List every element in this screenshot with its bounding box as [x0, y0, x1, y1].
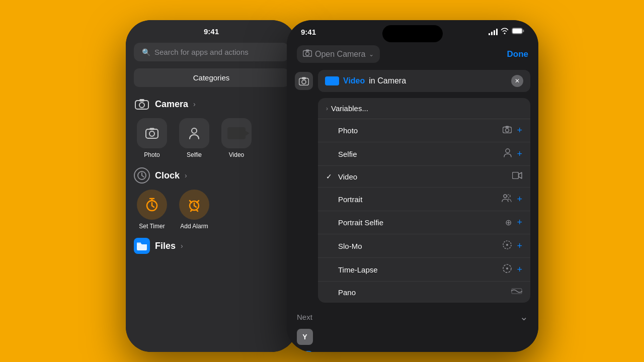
open-camera-button[interactable]: Open Camera ⌄ — [297, 45, 380, 63]
next-text: Next — [297, 313, 312, 321]
status-icons — [489, 27, 524, 36]
dropdown-slomo[interactable]: Slo-Mo + — [318, 234, 530, 258]
search-icon: 🔍 — [142, 48, 150, 56]
dropdown-portrait[interactable]: Portrait + — [318, 188, 530, 211]
clock-title: Clock — [155, 170, 180, 181]
files-icon — [134, 238, 150, 254]
action-row-1: Y — [297, 326, 528, 348]
variables-row[interactable]: › Variables... — [318, 98, 530, 119]
next-chevron: ⌄ — [520, 311, 528, 323]
wifi-icon — [501, 28, 509, 36]
photo-label: Photo — [144, 151, 159, 158]
done-button[interactable]: Done — [507, 49, 529, 59]
action-timer[interactable]: Set Timer — [134, 190, 170, 230]
item-label-slomo: Slo-Mo — [338, 242, 362, 250]
phones-container: 9:41 🔍 Search for apps and actions Categ… — [96, 10, 548, 352]
alarm-icon — [179, 190, 209, 220]
right-top-bar: Open Camera ⌄ Done — [287, 41, 538, 67]
dropdown-photo[interactable]: Photo + — [318, 119, 530, 142]
next-row: Next ⌄ — [297, 308, 528, 326]
svg-rect-5 — [149, 128, 154, 130]
open-camera-label: Open Camera — [315, 50, 366, 59]
battery-icon — [512, 27, 524, 36]
camera-title: Camera — [155, 99, 188, 110]
dropdown-video[interactable]: ✓ Video — [318, 166, 530, 188]
action-alarm[interactable]: Add Alarm — [176, 190, 212, 230]
svg-point-30 — [302, 80, 306, 84]
plus-selfie[interactable]: + — [517, 149, 522, 159]
svg-point-27 — [306, 52, 309, 56]
camera-chevron: › — [193, 100, 196, 108]
action-selfie[interactable]: Selfie — [176, 118, 212, 158]
camera-badge-icon — [295, 72, 313, 90]
item-label-portrait: Portrait — [338, 195, 362, 204]
plus-timelapse[interactable]: + — [517, 264, 522, 275]
plus-slomo[interactable]: + — [517, 241, 522, 251]
svg-point-4 — [149, 131, 154, 136]
item-label-video: Video — [338, 172, 357, 181]
left-content: 🔍 Search for apps and actions Categories — [126, 39, 297, 258]
svg-point-43 — [506, 267, 508, 269]
pano-icon — [511, 288, 522, 297]
selfie-icon — [179, 118, 209, 148]
camera-section-header: Camera › — [134, 96, 289, 112]
portrait-item-icon — [502, 194, 512, 205]
svg-point-39 — [507, 195, 510, 198]
svg-point-38 — [504, 195, 507, 198]
files-title: Files — [155, 241, 176, 251]
svg-line-19 — [197, 201, 199, 203]
svg-line-18 — [190, 201, 192, 203]
svg-line-12 — [152, 206, 154, 207]
phone-left: 9:41 🔍 Search for apps and actions Categ… — [126, 20, 297, 352]
dropdown-pano[interactable]: Pano — [318, 282, 530, 303]
action-icon-eq: ≡ — [297, 351, 313, 352]
plus-photo[interactable]: + — [517, 125, 522, 136]
svg-point-6 — [192, 128, 197, 133]
svg-rect-3 — [146, 129, 158, 138]
clock-icon — [134, 167, 150, 184]
right-time: 9:41 — [301, 28, 316, 36]
categories-button[interactable]: Categories — [134, 68, 289, 87]
video-pill-icon — [325, 76, 339, 85]
dynamic-island — [382, 25, 443, 42]
in-camera-text: in Camera — [369, 76, 406, 85]
left-time: 9:41 — [204, 27, 219, 36]
svg-rect-32 — [328, 78, 334, 84]
svg-line-21 — [197, 210, 198, 211]
svg-point-36 — [506, 149, 510, 153]
search-bar[interactable]: 🔍 Search for apps and actions — [134, 43, 289, 61]
open-camera-chevron: ⌄ — [369, 51, 374, 58]
action-video[interactable]: Video — [218, 118, 255, 158]
item-label-selfie: Selfie — [338, 150, 357, 158]
close-button[interactable]: ✕ — [511, 75, 523, 87]
dropdown-timelapse[interactable]: Time-Lapse + — [318, 258, 530, 282]
svg-rect-24 — [513, 29, 522, 34]
item-label-portrait-selfie: Portrait Selfie — [338, 218, 383, 227]
svg-rect-35 — [506, 126, 509, 128]
files-chevron: › — [181, 242, 183, 250]
alarm-label: Add Alarm — [180, 223, 208, 230]
svg-rect-25 — [523, 30, 524, 32]
svg-line-9 — [142, 175, 144, 177]
selfie-item-icon — [504, 148, 512, 159]
item-label-photo: Photo — [338, 126, 358, 135]
camera-section-icon — [134, 96, 150, 112]
action-photo[interactable]: Photo — [134, 118, 170, 158]
plus-portrait-selfie[interactable]: + — [517, 217, 522, 228]
item-label-timelapse: Time-Lapse — [338, 265, 378, 274]
portrait-selfie-icon: ⊕ — [505, 218, 512, 227]
checkmark-video: ✓ — [326, 172, 334, 180]
bottom-rows: Next ⌄ Y ≡ X — [295, 308, 530, 352]
timelapse-icon — [503, 264, 512, 275]
plus-portrait[interactable]: + — [517, 194, 522, 205]
svg-point-1 — [139, 103, 144, 108]
right-content: Video in Camera ✕ › Variables... — [287, 67, 538, 352]
left-status-bar: 9:41 — [126, 20, 297, 39]
clock-section: Clock › — [134, 167, 289, 230]
dropdown-portrait-selfie[interactable]: Portrait Selfie ⊕ + — [318, 211, 530, 234]
photo-item-icon — [503, 126, 512, 135]
svg-line-17 — [194, 206, 196, 207]
dropdown-selfie[interactable]: Selfie + — [318, 142, 530, 166]
photo-icon — [137, 118, 167, 148]
phone-right: 9:41 — [287, 20, 538, 352]
